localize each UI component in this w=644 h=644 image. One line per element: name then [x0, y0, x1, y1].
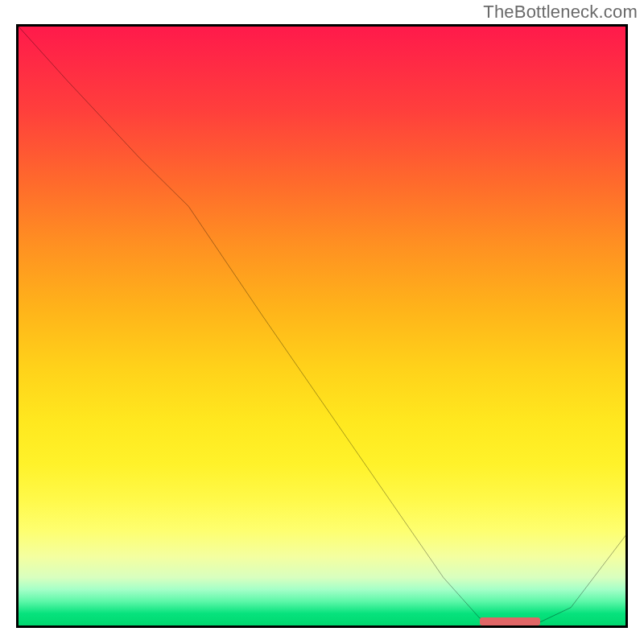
optimal-range-marker: [480, 617, 540, 625]
curve-svg: [19, 27, 625, 625]
bottleneck-curve-path: [19, 27, 625, 622]
chart-root: TheBottleneck.com: [0, 0, 644, 644]
plot-area: [16, 24, 628, 628]
watermark-text: TheBottleneck.com: [483, 2, 638, 23]
